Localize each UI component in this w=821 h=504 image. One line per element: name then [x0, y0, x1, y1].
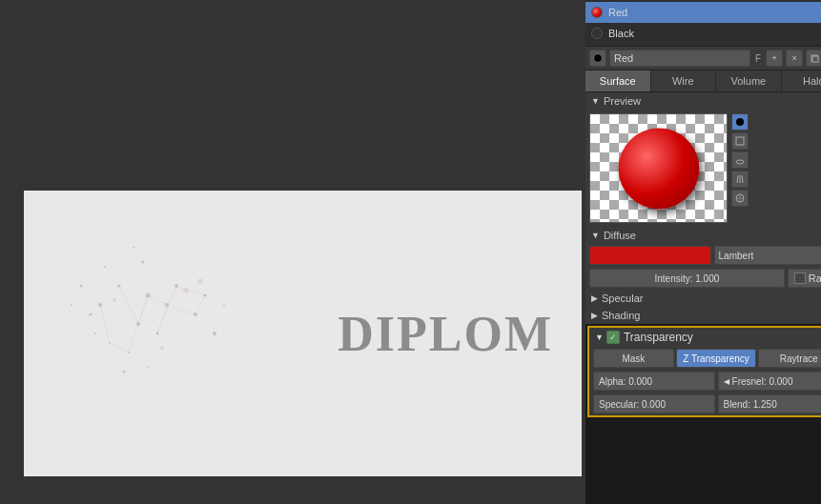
preview-cube-icon[interactable]	[731, 132, 749, 150]
transparency-checkbox[interactable]: ✓	[606, 331, 620, 344]
shading-label: Shading	[602, 310, 640, 321]
svg-line-47	[742, 175, 743, 183]
svg-point-11	[104, 266, 106, 268]
material-remove-icon[interactable]: ×	[786, 50, 803, 67]
transparency-blend-field[interactable]: Blend: 1.250	[718, 394, 821, 413]
transparency-tab-raytrace[interactable]: Raytrace	[758, 349, 821, 368]
material-dot-red	[591, 7, 603, 18]
preview-sky-icon[interactable]	[731, 190, 749, 207]
tab-wire[interactable]: Wire	[651, 71, 717, 91]
svg-line-32	[148, 295, 167, 305]
diffuse-color-row: Lambert ▼	[585, 244, 821, 267]
material-toolbar: F + × Data	[585, 46, 821, 70]
svg-point-25	[147, 366, 150, 369]
viewport-inner: DIPLOM	[24, 191, 582, 476]
svg-line-26	[100, 286, 119, 305]
svg-rect-41	[812, 56, 818, 62]
material-add-icon[interactable]: +	[766, 50, 783, 67]
preview-icons	[731, 113, 749, 223]
transparency-header[interactable]: ▼ ✓ Transparency	[589, 328, 821, 347]
material-item-black[interactable]: Black	[585, 23, 821, 44]
svg-point-21	[160, 346, 164, 350]
transparency-specular-field[interactable]: Specular: 0.000	[593, 394, 715, 413]
diffuse-color-button[interactable]	[589, 246, 711, 265]
svg-point-18	[213, 332, 216, 335]
svg-point-14	[94, 333, 96, 334]
svg-line-36	[157, 286, 176, 333]
svg-point-39	[594, 54, 602, 62]
transparency-expand-icon: ▼	[595, 333, 604, 342]
svg-line-30	[110, 343, 129, 353]
specular-section-header[interactable]: ▶ Specular	[585, 290, 821, 307]
svg-line-31	[100, 305, 110, 343]
svg-rect-43	[736, 137, 744, 145]
specular-arrow-icon: ▶	[591, 293, 598, 303]
tab-surface[interactable]: Surface	[585, 71, 651, 91]
svg-line-27	[119, 286, 138, 324]
preview-label: Preview	[604, 95, 641, 107]
diffuse-section-header[interactable]: ▼ Diffuse	[585, 227, 821, 244]
svg-line-33	[167, 305, 195, 314]
svg-point-15	[142, 261, 145, 264]
ramp-label: Ramp	[809, 272, 821, 284]
svg-point-44	[736, 160, 744, 164]
right-panel: Red Black F + × Data	[585, 0, 821, 504]
transparency-fresnel-field[interactable]: Fresnel: 0.000	[718, 372, 821, 391]
material-name-input[interactable]	[609, 50, 750, 67]
svg-point-8	[80, 285, 83, 288]
preview-plane-icon[interactable]	[731, 151, 749, 169]
viewport: DIPLOM	[0, 0, 585, 504]
shading-section-header[interactable]: ▶ Shading	[585, 307, 821, 324]
transparency-section: ▼ ✓ Transparency Mask Z Transparency Ray…	[587, 326, 821, 417]
transparency-alpha-field[interactable]: Alpha: 0.000	[593, 372, 715, 391]
diffuse-arrow-icon: ▼	[591, 231, 600, 240]
preview-hair-icon[interactable]	[731, 171, 749, 188]
specular-label: Specular	[602, 292, 643, 304]
shading-arrow-icon: ▶	[591, 311, 598, 320]
transparency-alpha-row: Alpha: 0.000 Fresnel: 0.000	[589, 370, 821, 393]
svg-line-29	[129, 295, 148, 353]
material-name-red: Red	[608, 7, 627, 18]
material-tabs: Surface Wire Volume Halo	[585, 70, 821, 92]
materials-list: Red Black	[585, 0, 821, 46]
transparency-tab-mask[interactable]: Mask	[593, 349, 674, 368]
viewport-content: DIPLOM	[24, 191, 582, 476]
svg-line-35	[176, 286, 205, 295]
material-copy-icon[interactable]	[806, 50, 821, 67]
preview-section-header[interactable]: ▼ Preview	[585, 92, 821, 110]
diffuse-shader-name: Lambert	[719, 251, 754, 261]
preview-ball	[618, 128, 699, 209]
ramp-checkbox[interactable]	[794, 272, 806, 284]
tab-halo[interactable]: Halo	[782, 71, 821, 91]
svg-point-19	[133, 247, 134, 249]
material-item-red[interactable]: Red	[585, 2, 821, 23]
svg-line-34	[195, 295, 205, 314]
svg-point-20	[183, 288, 189, 293]
svg-line-45	[737, 175, 738, 183]
svg-point-42	[736, 118, 744, 126]
tab-volume[interactable]: Volume	[716, 71, 782, 91]
svg-point-22	[198, 279, 203, 284]
diffuse-intensity-row: Intensity: 1.000 Ramp	[585, 267, 821, 290]
material-dot-black	[591, 28, 603, 39]
transparency-tab-z[interactable]: Z Transparency	[676, 349, 757, 368]
particle-cloud	[52, 210, 300, 400]
svg-point-23	[113, 298, 116, 302]
svg-line-37	[157, 305, 167, 333]
svg-point-12	[123, 371, 126, 373]
preview-section	[585, 110, 821, 227]
material-name-black: Black	[608, 28, 634, 39]
diffuse-ramp-button[interactable]: Ramp	[788, 269, 821, 288]
preview-sphere-icon[interactable]	[731, 113, 749, 131]
diffuse-intensity-field[interactable]: Intensity: 1.000	[589, 269, 785, 288]
diffuse-shader-select[interactable]: Lambert ▼	[714, 246, 821, 265]
svg-point-24	[223, 304, 226, 307]
material-f-label: F	[753, 53, 763, 64]
diffuse-label: Diffuse	[604, 230, 636, 241]
preview-arrow-icon: ▼	[591, 96, 600, 106]
svg-point-17	[71, 304, 72, 306]
preview-sphere	[589, 113, 728, 223]
right-panel-wrapper: Red Black F + × Data	[585, 0, 821, 504]
transparency-specular-row: Specular: 0.000 Blend: 1.250	[589, 393, 821, 415]
svg-point-5	[90, 313, 92, 316]
